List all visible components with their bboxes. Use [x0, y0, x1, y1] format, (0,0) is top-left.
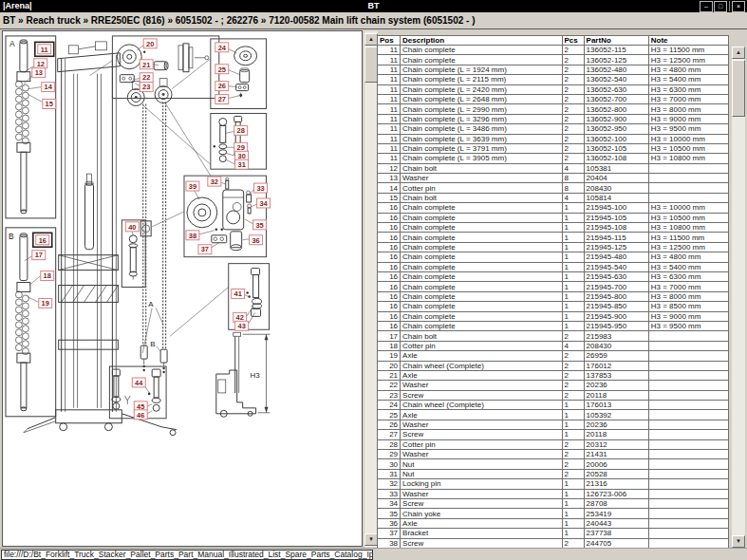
- callout-37[interactable]: 37: [198, 245, 212, 254]
- minimize-button[interactable]: –: [700, 1, 713, 12]
- table-row[interactable]: 31Nut220528: [378, 469, 729, 478]
- table-row[interactable]: 11Chain complete (L = 3905 mm)2136052-10…: [378, 154, 729, 163]
- table-row[interactable]: 16Chain complete1215945-108H3 = 10800 mm: [378, 223, 729, 233]
- scroll-thumb[interactable]: [364, 47, 378, 83]
- cell-description: Chain complete: [401, 271, 562, 281]
- table-row[interactable]: 11Chain complete (L = 2990 mm)2136052-80…: [378, 104, 729, 114]
- scroll-up-button[interactable]: ▲: [732, 47, 745, 59]
- callout-19[interactable]: 19: [39, 298, 52, 308]
- callout-22[interactable]: 22: [140, 73, 153, 83]
- callout-15[interactable]: 15: [43, 100, 56, 109]
- table-row[interactable]: 34Screw128708: [378, 498, 729, 508]
- callout-23[interactable]: 23: [140, 83, 153, 92]
- table-row[interactable]: 11Chain complete (L = 2420 mm)2136052-63…: [378, 84, 729, 94]
- scroll-down-button[interactable]: ▼: [364, 533, 378, 546]
- callout-27[interactable]: 27: [215, 95, 229, 104]
- callout-21[interactable]: 21: [140, 60, 153, 69]
- table-row[interactable]: 14Cotter pin8208430: [378, 183, 729, 193]
- table-row[interactable]: 16Chain complete1215945-100H3 = 10000 mm: [378, 203, 729, 213]
- table-row[interactable]: 11Chain complete (L = 1924 mm)2136052-48…: [378, 65, 729, 74]
- callout-46[interactable]: 46: [134, 410, 147, 420]
- table-row[interactable]: 16Chain complete1215945-900H3 = 9000 mm: [378, 311, 729, 321]
- table-row[interactable]: 16Chain complete1215945-540H3 = 5400 mm: [378, 262, 729, 271]
- table-row[interactable]: 19Axle226959: [378, 351, 729, 361]
- callout-28[interactable]: 28: [234, 125, 248, 135]
- callout-35[interactable]: 35: [253, 220, 267, 230]
- table-row[interactable]: 13Washer820404: [378, 174, 729, 183]
- table-row[interactable]: 23Screw220118: [378, 390, 729, 400]
- callout-12[interactable]: 12: [34, 59, 47, 68]
- table-row[interactable]: 16Chain complete1215945-630H3 = 6300 mm: [378, 271, 729, 281]
- callout-38[interactable]: 38: [186, 231, 199, 240]
- table-row[interactable]: 16Chain complete1215945-115H3 = 11500 mm: [378, 233, 729, 242]
- close-button[interactable]: ×: [732, 1, 745, 12]
- callout-11[interactable]: 11: [35, 42, 54, 56]
- restore-button[interactable]: □: [714, 1, 727, 12]
- callout-44[interactable]: 44: [132, 378, 145, 387]
- table-row[interactable]: 11Chain complete (L = 2115 mm)2136052-54…: [378, 75, 729, 84]
- table-row[interactable]: 21Axle2137853: [378, 370, 729, 380]
- callout-24[interactable]: 24: [215, 43, 229, 52]
- callout-43[interactable]: 43: [235, 321, 249, 330]
- table-row[interactable]: 16Chain complete1215945-950H3 = 9500 mm: [378, 321, 729, 330]
- table-row[interactable]: 32Locking pin121316: [378, 479, 729, 489]
- table-row[interactable]: 27Screw120118: [378, 430, 729, 439]
- table-row[interactable]: 11Chain complete (L = 3791 mm)2136052-10…: [378, 143, 729, 153]
- callout-36[interactable]: 36: [250, 235, 263, 245]
- table-row[interactable]: 16Chain complete1215945-105H3 = 10500 mm: [378, 213, 729, 222]
- scroll-down-button[interactable]: ▼: [732, 535, 745, 548]
- table-row[interactable]: 22Washer220236: [378, 381, 729, 390]
- callout-33[interactable]: 33: [254, 183, 268, 193]
- table-row[interactable]: 11Chain complete2136052-125H3 = 12500 mm: [378, 55, 729, 65]
- table-row[interactable]: 24Chain wheel (Complete)1176013: [378, 401, 729, 410]
- table-row[interactable]: 16Chain complete1215945-850H3 = 8500 mm: [378, 302, 729, 311]
- callout-14[interactable]: 14: [42, 83, 55, 92]
- table-row[interactable]: 11Chain complete (L = 3486 mm)2136052-95…: [378, 124, 729, 134]
- callout-32[interactable]: 32: [208, 177, 221, 186]
- table-row[interactable]: 26Washer120236: [378, 420, 729, 429]
- cell-description: Chain complete (L = 2648 mm): [401, 94, 562, 103]
- callout-41[interactable]: 41: [232, 289, 245, 298]
- table-row[interactable]: 11Chain complete2136052-115H3 = 11500 mm: [378, 46, 729, 55]
- callout-13[interactable]: 13: [32, 68, 46, 78]
- table-row[interactable]: 16Chain complete1215945-700H3 = 7000 mm: [378, 282, 729, 291]
- callout-17[interactable]: 17: [32, 251, 46, 260]
- table-row[interactable]: 33Washer1126723-006: [378, 489, 729, 498]
- table-row[interactable]: 29Washer221431: [378, 450, 729, 459]
- table-row[interactable]: 15Chain bolt4105814: [378, 193, 729, 202]
- table-row[interactable]: 11Chain complete (L = 3296 mm)2136052-90…: [378, 114, 729, 123]
- callout-25[interactable]: 25: [215, 65, 229, 74]
- callout-16[interactable]: 16: [33, 233, 52, 247]
- table-row[interactable]: 16Chain complete1215945-800H3 = 8000 mm: [378, 291, 729, 301]
- callout-39[interactable]: 39: [186, 181, 199, 191]
- table-row[interactable]: 36Axle1240443: [378, 518, 729, 528]
- table-row[interactable]: 16Chain complete1215945-480H3 = 4800 mm: [378, 252, 729, 262]
- table-row[interactable]: 17Chain bolt2215983: [378, 331, 729, 341]
- callout-18[interactable]: 18: [41, 271, 54, 281]
- table-row[interactable]: 12Chain bolt4105381: [378, 163, 729, 173]
- table-row[interactable]: 35Chain yoke1253419: [378, 509, 729, 518]
- table-row[interactable]: 16Chain complete1215945-125H3 = 12500 mm: [378, 242, 729, 252]
- callout-20[interactable]: 20: [143, 39, 157, 48]
- table-row[interactable]: 11Chain complete (L = 2648 mm)2136052-70…: [378, 94, 729, 103]
- svg-text:39: 39: [189, 182, 196, 191]
- callout-40[interactable]: 40: [125, 222, 139, 232]
- cell-partno: 28708: [584, 498, 648, 508]
- scroll-up-button[interactable]: ▲: [364, 33, 378, 46]
- table-row[interactable]: 20Chain wheel (Complete)2176012: [378, 361, 729, 370]
- callout-31[interactable]: 31: [235, 159, 249, 169]
- cell-pcs: 2: [562, 143, 584, 153]
- table-scrollbar[interactable]: ▲ ▼: [732, 47, 745, 548]
- table-row[interactable]: 38Screw2244705: [378, 538, 729, 548]
- cell-description: Chain complete: [401, 291, 562, 301]
- table-row[interactable]: 30Nut220006: [378, 459, 729, 469]
- table-row[interactable]: 18Cotter pin4208430: [378, 341, 729, 350]
- scroll-thumb[interactable]: [732, 60, 745, 117]
- diagram-scrollbar[interactable]: ▲ ▼: [364, 31, 378, 548]
- table-row[interactable]: 25Axle1105392: [378, 410, 729, 420]
- callout-26[interactable]: 26: [215, 82, 229, 91]
- table-row[interactable]: 28Cotter pin220312: [378, 439, 729, 449]
- table-row[interactable]: 37Bracket1237738: [378, 529, 729, 538]
- table-row[interactable]: 11Chain complete (L = 3639 mm)2136052-10…: [378, 134, 729, 143]
- callout-34[interactable]: 34: [257, 198, 271, 208]
